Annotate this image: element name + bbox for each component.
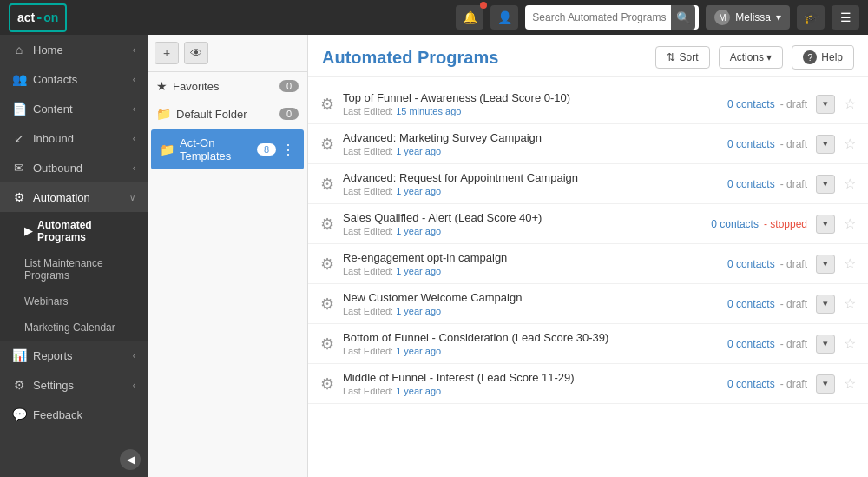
program-contacts: 0 contacts [727, 298, 775, 310]
star-icon: ★ [156, 79, 168, 93]
program-item[interactable]: ⚙ Advanced: Marketing Survey Campaign La… [308, 124, 868, 164]
actions-label: Actions ▾ [730, 51, 773, 63]
program-contacts: 0 contacts [727, 258, 775, 270]
folder-options-icon[interactable]: ⋮ [281, 142, 295, 158]
gear-icon[interactable]: ⚙ [320, 295, 334, 314]
sidebar-item-list-maintenance[interactable]: List Maintenance Programs [0, 250, 148, 288]
folder-count: 0 [279, 80, 299, 92]
sidebar-item-home[interactable]: ⌂ Home ‹ [0, 35, 148, 64]
star-icon[interactable]: ☆ [844, 255, 856, 272]
folder-count: 0 [279, 108, 299, 120]
program-status: - draft [780, 298, 807, 310]
star-icon[interactable]: ☆ [844, 375, 856, 392]
logo[interactable]: act-on [9, 3, 67, 32]
program-status: - draft [780, 378, 807, 390]
add-folder-button[interactable]: + [155, 42, 179, 64]
sidebar-item-content[interactable]: 📄 Content ‹ [0, 94, 148, 123]
program-item[interactable]: ⚙ Re-engagement opt-in campaign Last Edi… [308, 244, 868, 284]
gear-icon[interactable]: ⚙ [320, 95, 334, 114]
star-icon[interactable]: ☆ [844, 96, 856, 112]
program-dropdown-button[interactable]: ▾ [816, 335, 835, 354]
user-menu-button[interactable]: M Melissa ▾ [706, 5, 790, 30]
sidebar-item-feedback[interactable]: 💬 Feedback [0, 400, 148, 429]
program-dropdown-button[interactable]: ▾ [816, 215, 835, 234]
program-edited: Last Edited: 1 year ago [343, 146, 719, 156]
chevron-icon: ‹ [133, 104, 135, 114]
program-info: New Customer Welcome Campaign Last Edite… [343, 291, 719, 316]
profile-icon-button[interactable]: 👤 [490, 5, 518, 30]
program-dropdown-button[interactable]: ▾ [816, 175, 835, 194]
program-item[interactable]: ⚙ Middle of Funnel - Interest (Lead Scor… [308, 364, 868, 404]
folder-label: Favorites [173, 80, 274, 93]
actions-button[interactable]: Actions ▾ [719, 46, 784, 69]
star-icon[interactable]: ☆ [844, 136, 856, 152]
search-button[interactable]: 🔍 [671, 5, 695, 30]
program-item[interactable]: ⚙ Bottom of Funnel - Consideration (Lead… [308, 324, 868, 364]
gear-icon[interactable]: ⚙ [320, 255, 334, 274]
sidebar-item-label: Feedback [33, 408, 135, 421]
folder-count: 8 [257, 143, 276, 156]
sidebar-item-settings[interactable]: ⚙ Settings ‹ [0, 370, 148, 400]
sub-item-label: Marketing Calendar [24, 321, 115, 334]
program-edited: Last Edited: 1 year ago [343, 306, 719, 316]
star-icon[interactable]: ☆ [844, 176, 856, 192]
home-icon: ⌂ [12, 43, 26, 56]
program-item[interactable]: ⚙ Top of Funnel - Awareness (Lead Score … [308, 84, 868, 124]
sidebar-item-reports[interactable]: 📊 Reports ‹ [0, 341, 148, 370]
folder-toolbar: + 👁 [148, 35, 307, 72]
program-item[interactable]: ⚙ Advanced: Request for Appointment Camp… [308, 164, 868, 204]
sidebar-item-contacts[interactable]: 👥 Contacts ‹ [0, 64, 148, 94]
gear-icon[interactable]: ⚙ [320, 335, 334, 354]
bell-icon-button[interactable]: 🔔 [456, 5, 483, 30]
gear-icon[interactable]: ⚙ [320, 215, 334, 234]
gear-icon[interactable]: ⚙ [320, 135, 334, 154]
program-status: - draft [780, 338, 807, 350]
sidebar-collapse-button[interactable]: ◀ [120, 449, 141, 470]
sidebar-item-automated-programs[interactable]: ▶ Automated Programs [0, 212, 148, 250]
sort-label: Sort [680, 51, 699, 63]
graduation-icon-button[interactable]: 🎓 [797, 5, 825, 30]
sidebar-item-webinars[interactable]: Webinars [0, 288, 148, 315]
avatar: M [714, 10, 730, 25]
program-dropdown-button[interactable]: ▾ [816, 374, 835, 394]
sidebar-item-inbound[interactable]: ↙ Inbound ‹ [0, 123, 148, 153]
program-item[interactable]: ⚙ New Customer Welcome Campaign Last Edi… [308, 284, 868, 324]
sidebar: ⌂ Home ‹ 👥 Contacts ‹ 📄 Content ‹ ↙ Inbo… [0, 35, 148, 477]
program-contacts: 0 contacts [727, 338, 775, 350]
chevron-icon: ‹ [133, 75, 135, 84]
star-icon[interactable]: ☆ [844, 335, 856, 352]
gear-icon[interactable]: ⚙ [320, 374, 334, 394]
bell-icon: 🔔 [463, 10, 477, 24]
contacts-icon: 👥 [12, 72, 26, 86]
sidebar-item-outbound[interactable]: ✉ Outbound ‹ [0, 153, 148, 182]
view-toggle-button[interactable]: 👁 [184, 42, 208, 64]
hamburger-menu-button[interactable]: ☰ [832, 5, 859, 30]
program-dropdown-button[interactable]: ▾ [816, 135, 835, 154]
sidebar-item-automation[interactable]: ⚙ Automation ∨ [0, 182, 148, 212]
logo-act: act [17, 10, 35, 24]
sidebar-item-marketing-calendar[interactable]: Marketing Calendar [0, 315, 148, 341]
folder-item-default[interactable]: 📁 Default Folder 0 [148, 100, 307, 128]
program-dropdown-button[interactable]: ▾ [816, 255, 835, 274]
sort-button[interactable]: ⇅ Sort [655, 46, 710, 69]
star-icon[interactable]: ☆ [844, 295, 856, 312]
program-info: Bottom of Funnel - Consideration (Lead S… [343, 331, 719, 356]
program-dropdown-button[interactable]: ▾ [816, 295, 835, 314]
folder-item-acton-templates[interactable]: 📁 Act-On Templates 8 ⋮ [151, 129, 304, 169]
program-name: New Customer Welcome Campaign [343, 291, 719, 304]
program-time: 1 year ago [396, 266, 441, 276]
program-edited: Last Edited: 1 year ago [343, 266, 719, 276]
folder-item-favorites[interactable]: ★ Favorites 0 [148, 72, 307, 100]
star-icon[interactable]: ☆ [844, 215, 856, 232]
program-dropdown-button[interactable]: ▾ [816, 95, 835, 114]
program-item[interactable]: ⚙ Sales Qualified - Alert (Lead Score 40… [308, 204, 868, 244]
sidebar-item-label: Content [33, 103, 126, 116]
program-status: - stopped [764, 218, 807, 230]
gear-icon[interactable]: ⚙ [320, 175, 334, 194]
chevron-icon: ‹ [133, 163, 135, 173]
help-button[interactable]: ? Help [792, 45, 854, 70]
user-dropdown-icon: ▾ [776, 11, 781, 23]
search-input[interactable] [532, 11, 671, 23]
collapse-icon: ◀ [127, 454, 135, 466]
program-info: Middle of Funnel - Interest (Lead Score … [343, 371, 719, 396]
